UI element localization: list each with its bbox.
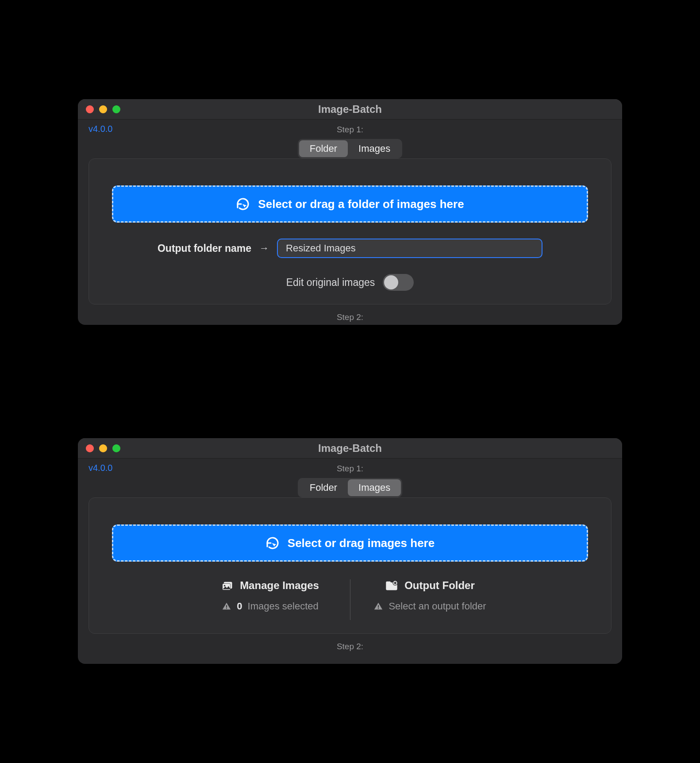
- output-folder-status: Select an output folder: [373, 601, 486, 612]
- titlebar: Image-Batch: [78, 438, 622, 459]
- titlebar: Image-Batch: [78, 99, 622, 119]
- step-2-label: Step 2:: [78, 312, 622, 322]
- app-window-folder-mode: Image-Batch v4.0.0 Step 1: Folder Images…: [78, 99, 622, 325]
- window-title: Image-Batch: [318, 103, 382, 116]
- window-controls: [86, 105, 120, 113]
- svg-rect-9: [394, 582, 396, 583]
- image-stack-icon: [221, 579, 234, 592]
- step-2-label: Step 2:: [78, 642, 622, 651]
- folder-drop-zone-label: Select or drag a folder of images here: [258, 197, 464, 211]
- close-window-button[interactable]: [86, 105, 94, 113]
- step-1-label: Step 1:: [78, 464, 622, 474]
- manage-images-column: Manage Images 0 Images selected: [191, 579, 350, 620]
- window-title: Image-Batch: [318, 442, 382, 455]
- svg-rect-4: [226, 605, 227, 608]
- output-folder-button[interactable]: Output Folder: [385, 579, 475, 592]
- edit-original-label: Edit original images: [286, 277, 375, 289]
- warning-icon: [222, 601, 231, 611]
- svg-point-3: [224, 585, 226, 587]
- mode-segmented-control[interactable]: Folder Images: [298, 139, 403, 158]
- svg-rect-5: [226, 608, 227, 609]
- input-panel: Select or drag images here Manage Images: [88, 497, 612, 634]
- action-columns: Manage Images 0 Images selected: [112, 579, 588, 620]
- step-1-label: Step 1:: [78, 125, 622, 135]
- edit-original-row: Edit original images: [112, 274, 588, 291]
- output-folder-column: Output Folder Select an output folder: [350, 579, 510, 620]
- zoom-window-button[interactable]: [112, 105, 120, 113]
- close-window-button[interactable]: [86, 444, 94, 452]
- selected-count: 0: [237, 601, 242, 612]
- version-label: v4.0.0: [88, 463, 112, 473]
- warning-icon: [373, 601, 383, 611]
- output-folder-row: Output folder name →: [112, 239, 588, 258]
- output-folder-status-text: Select an output folder: [388, 601, 486, 612]
- segment-images[interactable]: Images: [348, 140, 401, 157]
- arrow-right-icon: →: [259, 243, 269, 254]
- input-panel: Select or drag a folder of images here O…: [88, 158, 612, 304]
- svg-rect-10: [378, 605, 379, 608]
- app-window-images-mode: Image-Batch v4.0.0 Step 1: Folder Images…: [78, 438, 622, 664]
- output-folder-label: Output folder name: [158, 243, 251, 254]
- refresh-cursor-icon: [265, 536, 280, 550]
- mode-segmented-control[interactable]: Folder Images: [298, 478, 403, 497]
- svg-rect-11: [378, 608, 379, 609]
- zoom-window-button[interactable]: [112, 444, 120, 452]
- manage-images-heading: Manage Images: [240, 579, 319, 592]
- refresh-cursor-icon: [236, 197, 250, 211]
- segment-folder[interactable]: Folder: [299, 140, 348, 157]
- folder-drop-zone[interactable]: Select or drag a folder of images here: [112, 185, 588, 223]
- manage-images-button[interactable]: Manage Images: [221, 579, 319, 592]
- output-folder-heading: Output Folder: [404, 579, 475, 592]
- folder-plus-icon: [385, 579, 398, 592]
- images-drop-zone[interactable]: Select or drag images here: [112, 524, 588, 562]
- edit-original-toggle[interactable]: [383, 274, 414, 291]
- minimize-window-button[interactable]: [99, 444, 107, 452]
- toggle-knob: [384, 275, 398, 289]
- output-folder-name-input[interactable]: [277, 239, 542, 258]
- version-label: v4.0.0: [88, 124, 112, 134]
- selected-count-suffix: Images selected: [248, 601, 319, 612]
- images-drop-zone-label: Select or drag images here: [288, 536, 435, 550]
- manage-images-status: 0 Images selected: [222, 601, 318, 612]
- window-controls: [86, 444, 120, 452]
- segment-images[interactable]: Images: [348, 479, 401, 496]
- minimize-window-button[interactable]: [99, 105, 107, 113]
- segment-folder[interactable]: Folder: [299, 479, 348, 496]
